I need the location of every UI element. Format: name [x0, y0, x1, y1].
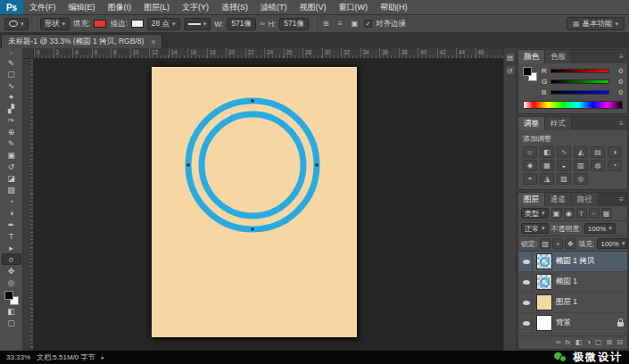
crop-tool[interactable]: ▞	[2, 103, 21, 114]
panel-tab[interactable]: 样式	[545, 117, 572, 130]
layers-action-icon[interactable]: fx	[565, 339, 570, 346]
gradient-tool[interactable]: ▨	[2, 184, 21, 195]
collapsed-panel-icon[interactable]: ↺	[505, 65, 516, 76]
panel-tab[interactable]: 色板	[545, 50, 572, 63]
type-tool[interactable]: T	[2, 230, 21, 242]
link-dimensions-icon[interactable]: ∞	[260, 20, 265, 28]
workspace-switcher-button[interactable]: ▦ 基本功能 ▾	[567, 17, 625, 30]
channel-slider[interactable]	[550, 69, 609, 73]
align-edges-checkbox[interactable]: ✓	[364, 20, 372, 28]
menu-item[interactable]: 编辑(E)	[62, 0, 102, 14]
layer-row[interactable]: 椭圆 1 拷贝	[518, 252, 627, 272]
panel-tab[interactable]: 通道	[545, 193, 572, 206]
foreground-background-swatches[interactable]	[523, 67, 537, 81]
panel-tab[interactable]: 颜色	[518, 50, 545, 63]
status-menu-arrow-icon[interactable]: ▸	[102, 354, 105, 361]
blend-mode-select[interactable]: 正常 ▾	[521, 223, 549, 234]
opacity-select[interactable]: 100% ▾	[584, 223, 616, 234]
document-page[interactable]	[152, 67, 357, 337]
path-selection-tool[interactable]: ▸	[2, 242, 21, 253]
panel-tab[interactable]: 图层	[518, 193, 545, 206]
layers-action-icon[interactable]: ◑	[586, 339, 591, 346]
width-field[interactable]: 571像	[227, 18, 256, 30]
layers-action-icon[interactable]: ◧	[575, 339, 583, 346]
menu-item[interactable]: 视图(V)	[294, 0, 333, 14]
close-icon[interactable]: ×	[151, 37, 155, 46]
collapsed-panel-icon[interactable]: ▤	[505, 52, 516, 62]
foreground-color-swatch[interactable]	[523, 67, 532, 76]
menu-item[interactable]: 图层(L)	[137, 0, 176, 14]
menu-item[interactable]: 图像(I)	[102, 0, 138, 14]
quick-mask-button[interactable]: ◧	[2, 305, 21, 317]
move-tool[interactable]: ⇖	[2, 56, 21, 68]
eyedropper-tool[interactable]: ✑	[2, 114, 21, 126]
layer-filter-icon[interactable]: ◉	[564, 208, 575, 219]
lasso-tool[interactable]: ∿	[2, 79, 21, 91]
menu-item[interactable]: 窗口(W)	[333, 0, 375, 14]
layers-action-icon[interactable]: ⊟	[617, 339, 623, 346]
adjustment-icon[interactable]: ▨	[557, 173, 571, 185]
fill-opacity-select[interactable]: 100% ▾	[597, 238, 628, 249]
pen-tool[interactable]: ✒	[2, 219, 21, 230]
quick-selection-tool[interactable]: ✦	[2, 91, 21, 103]
tool-preset-picker[interactable]: ▾	[4, 18, 29, 30]
visibility-eye-icon[interactable]	[521, 293, 533, 312]
menu-item[interactable]: 滤镜(T)	[254, 0, 294, 14]
brush-tool[interactable]: ✎	[2, 137, 21, 149]
toolbar-collapse-icon[interactable]: »	[10, 49, 12, 56]
adjustment-icon[interactable]: ◈	[523, 160, 537, 171]
adjustment-icon[interactable]: ▥	[574, 160, 588, 171]
panel-menu-icon[interactable]: ≡	[616, 117, 627, 130]
adjustment-icon[interactable]: ◒	[557, 160, 571, 171]
lock-option-icon[interactable]: ▨	[540, 238, 550, 249]
layers-action-icon[interactable]: ⊞	[607, 339, 613, 346]
channel-slider[interactable]	[550, 90, 609, 95]
stroke-swatch[interactable]	[131, 20, 144, 28]
adjustment-icon[interactable]: ◓	[523, 173, 537, 185]
channel-slider[interactable]	[550, 79, 609, 84]
screen-mode-button[interactable]: ▢	[2, 317, 21, 328]
ellipse-shape-tool[interactable]: ○	[2, 253, 21, 265]
visibility-eye-icon[interactable]	[521, 272, 533, 292]
layer-row[interactable]: 椭圆 1	[518, 272, 627, 293]
adjustment-icon[interactable]: ◮	[540, 173, 554, 185]
visibility-eye-icon[interactable]	[521, 252, 533, 271]
layer-filter-icon[interactable]: ▫	[589, 208, 600, 219]
lock-option-icon[interactable]: +	[552, 238, 563, 249]
layer-row[interactable]: 背景	[518, 313, 627, 334]
eraser-tool[interactable]: ◪	[2, 172, 21, 184]
panel-tab[interactable]: 调整	[518, 117, 545, 130]
visibility-eye-icon[interactable]	[521, 313, 533, 333]
foreground-color-swatch[interactable]	[4, 291, 13, 300]
menu-item[interactable]: 文件(F)	[23, 0, 62, 14]
adjustment-icon[interactable]: ◍	[591, 160, 605, 171]
path-operation-icon[interactable]: ≡	[335, 18, 346, 29]
adjustment-icon[interactable]: ▤	[591, 146, 605, 158]
layer-row[interactable]: 图层 1	[518, 293, 627, 313]
adjustment-icon[interactable]: ◎	[574, 173, 588, 185]
adjustment-icon[interactable]: ◑	[608, 146, 622, 158]
layers-action-icon[interactable]: ▢	[595, 339, 602, 346]
marquee-tool[interactable]: ▢	[2, 68, 21, 79]
layers-action-icon[interactable]: ∞	[556, 339, 561, 346]
document-tab[interactable]: 未标题-1 @ 33.3% (椭圆 1 拷贝, RGB/8) ×	[1, 34, 162, 48]
panel-tab[interactable]: 路径	[572, 193, 599, 206]
path-operation-icon[interactable]: ▣	[349, 18, 360, 29]
adjustment-icon[interactable]: ◧	[540, 146, 554, 158]
ruler-corner[interactable]	[23, 48, 34, 59]
layer-thumbnail[interactable]	[536, 315, 552, 331]
vertical-ruler[interactable]	[23, 59, 34, 351]
layer-thumbnail[interactable]	[536, 253, 552, 269]
path-operation-icon[interactable]: ⊞	[320, 18, 332, 29]
layer-thumbnail[interactable]	[536, 274, 552, 290]
zoom-tool[interactable]: ◎	[2, 277, 21, 288]
layer-thumbnail[interactable]	[536, 294, 552, 310]
hand-tool[interactable]: ✥	[2, 265, 21, 277]
lock-option-icon[interactable]: ✥	[565, 238, 575, 249]
stroke-type-select[interactable]: ▾	[184, 18, 211, 30]
menu-item[interactable]: 帮助(H)	[374, 0, 414, 14]
menu-item[interactable]: 选择(S)	[215, 0, 254, 14]
stroke-width-field[interactable]: 28 点 ▾	[147, 18, 180, 30]
adjustment-icon[interactable]: ∿	[557, 146, 571, 158]
layer-filter-select[interactable]: 类型 ▾	[521, 208, 549, 219]
